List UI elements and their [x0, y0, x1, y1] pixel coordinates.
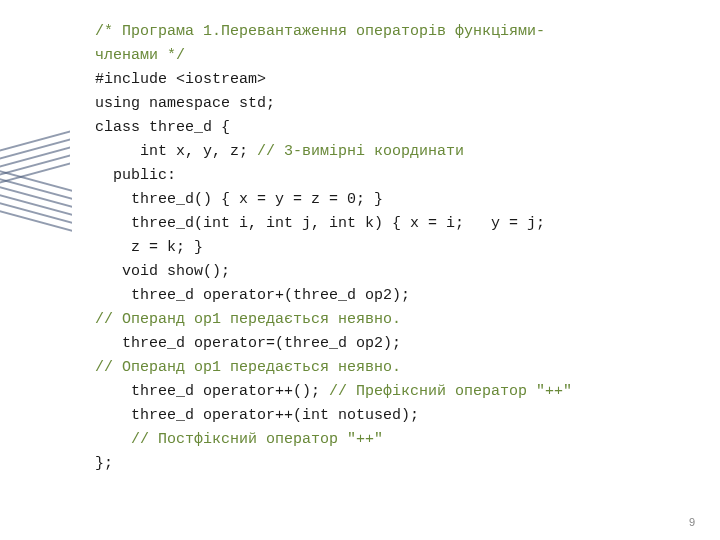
code-text: three_d operator=(three_d op2); [95, 335, 401, 352]
code-text: // 3-вимірні координати [257, 143, 464, 160]
code-text: three_d operator++(int notused); [95, 407, 419, 424]
code-text: // Постфіксний оператор "++" [95, 431, 383, 448]
code-block: /* Програма 1.Перевантаження операторів … [0, 0, 720, 496]
code-text: /* Програма 1.Перевантаження операторів … [95, 23, 545, 40]
code-text: three_d() { x = y = z = 0; } [95, 191, 383, 208]
code-text: членами */ [95, 47, 185, 64]
code-text: z = k; } [95, 239, 203, 256]
code-text: #include [95, 71, 176, 88]
code-text: three_d operator++(); [95, 383, 329, 400]
code-text: three_d operator+(three_d op2); [95, 287, 410, 304]
code-text: // Префіксний оператор "++" [329, 383, 572, 400]
code-text: void show(); [95, 263, 230, 280]
code-text: using namespace std; [95, 95, 275, 112]
code-text: // Операнд op1 передається неявно. [95, 359, 401, 376]
code-text: public: [95, 167, 176, 184]
code-text: }; [95, 455, 113, 472]
code-text: class three_d { [95, 119, 230, 136]
code-text: three_d(int i, int j, int k) { x = i; y … [95, 215, 545, 232]
code-text: // Операнд op1 передається неявно. [95, 311, 401, 328]
code-text: <iostream> [176, 71, 266, 88]
page-number: 9 [689, 516, 695, 528]
code-text: int x, y, z; [95, 143, 257, 160]
